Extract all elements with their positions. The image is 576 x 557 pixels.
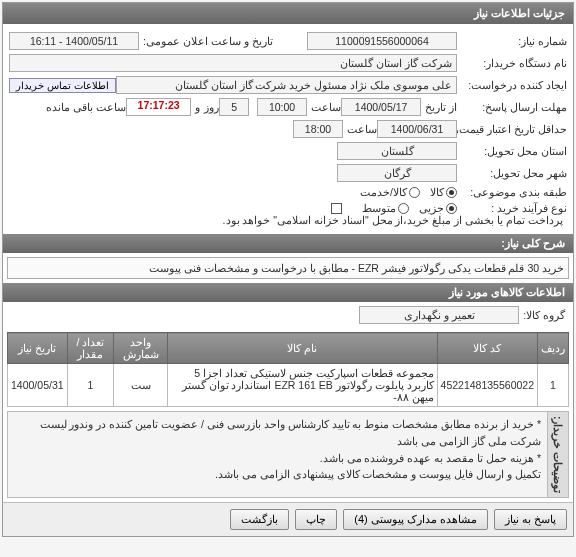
val-deadline-time: 10:00 xyxy=(257,98,307,116)
val-province: گلستان xyxy=(337,142,457,160)
val-validity-time: 18:00 xyxy=(293,120,343,138)
th-unit: واحد شمارش xyxy=(114,333,168,364)
need-details-panel: جزئیات اطلاعات نیاز شماره نیاز: 11000915… xyxy=(2,2,574,537)
radio-cat-gs-label: کالا/خدمت xyxy=(360,186,407,198)
radio-dot-icon xyxy=(398,203,409,214)
val-city: گرگان xyxy=(337,164,457,182)
need-desc-title: شرح کلی نیاز: xyxy=(3,234,573,253)
radio-dot-icon xyxy=(446,187,457,198)
buyer-notes-label: توضیحات خریدار: xyxy=(547,412,568,497)
cell-qty: 1 xyxy=(67,364,114,407)
lbl-announce: تاریخ و ساعت اعلان عمومی: xyxy=(139,35,273,47)
lbl-at-time-2: ساعت xyxy=(343,123,377,135)
radio-proc-minor[interactable]: جزیی xyxy=(419,202,457,214)
val-announce: 1400/05/11 - 16:11 xyxy=(9,32,139,50)
items-section-title: اطلاعات کالاهای مورد نیاز xyxy=(3,283,573,302)
lbl-group: گروه کالا: xyxy=(519,309,565,321)
lbl-requester: ایجاد کننده درخواست: xyxy=(457,79,567,91)
radio-proc-medium-label: متوسط xyxy=(362,202,396,214)
th-date: تاریخ نیاز xyxy=(8,333,68,364)
lbl-day: روز xyxy=(200,101,219,113)
lbl-categorize: طبقه بندی موضوعی: xyxy=(457,186,567,198)
cell-name: مجموعه قطعات اسپارکیت جنس لاستیکی تعداد … xyxy=(167,364,437,407)
val-days-remain: 5 xyxy=(219,98,249,116)
lbl-process-type: نوع فرآیند خرید : xyxy=(457,202,567,214)
lbl-at-time-1: ساعت xyxy=(307,101,341,113)
buyer-note-line: تکمیل و ارسال فایل پیوست و مشخصات کالای … xyxy=(14,466,541,483)
lbl-and: و xyxy=(191,101,200,113)
lbl-province: استان محل تحویل: xyxy=(457,145,567,157)
buyer-notes-box: توضیحات خریدار: * خرید از برنده مطابق مش… xyxy=(7,411,569,498)
cell-date: 1400/05/31 xyxy=(8,364,68,407)
table-header-row: ردیف کد کالا نام کالا واحد شمارش تعداد /… xyxy=(8,333,569,364)
val-countdown: 17:17:23 xyxy=(126,98,191,116)
panel-title: جزئیات اطلاعات نیاز xyxy=(3,3,573,24)
th-idx: ردیف xyxy=(538,333,569,364)
contact-buyer-button[interactable]: اطلاعات تماس خریدار xyxy=(9,78,116,93)
radio-cat-goods-service[interactable]: کالا/خدمت xyxy=(360,186,420,198)
radio-cat-goods-label: کالا xyxy=(430,186,444,198)
buyer-notes-content: * خرید از برنده مطابق مشخصات منوط به تای… xyxy=(8,412,547,497)
reply-button[interactable]: پاسخ به نیاز xyxy=(494,509,567,530)
radio-dot-icon xyxy=(446,203,457,214)
need-desc-text: خرید 30 قلم قطعات یدکی رگولاتور فیشر EZR… xyxy=(7,257,569,279)
radio-proc-minor-label: جزیی xyxy=(419,202,444,214)
th-qty: تعداد / مقدار xyxy=(67,333,114,364)
val-need-no: 1100091556000064 xyxy=(307,32,457,50)
lbl-from-date: از تاریخ xyxy=(421,101,457,113)
val-group: تعمیر و نگهداری xyxy=(359,306,519,324)
buyer-note-line: * هزینه حمل تا مقصد به عهده فروشنده می ب… xyxy=(14,450,541,467)
table-row[interactable]: 1 4522148135560022 مجموعه قطعات اسپارکیت… xyxy=(8,364,569,407)
categorize-radio-group: کالا کالا/خدمت xyxy=(360,186,457,198)
action-bar: پاسخ به نیاز مشاهده مدارک پیوستی (4) چاپ… xyxy=(3,502,573,536)
pay-treasury-checkbox[interactable] xyxy=(331,203,342,214)
cell-code: 4522148135560022 xyxy=(437,364,537,407)
th-name: نام کالا xyxy=(167,333,437,364)
process-radio-group: جزیی متوسط xyxy=(362,202,457,214)
th-code: کد کالا xyxy=(437,333,537,364)
back-button[interactable]: بازگشت xyxy=(230,509,289,530)
radio-dot-icon xyxy=(409,187,420,198)
val-deadline-date: 1400/05/17 xyxy=(341,98,421,116)
items-table: ردیف کد کالا نام کالا واحد شمارش تعداد /… xyxy=(7,332,569,407)
lbl-city: شهر محل تحویل: xyxy=(457,167,567,179)
cell-idx: 1 xyxy=(538,364,569,407)
val-buyer-org: شرکت گاز استان گلستان xyxy=(9,54,457,72)
attachments-button[interactable]: مشاهده مدارک پیوستی (4) xyxy=(343,509,488,530)
val-validity-date: 1400/06/31 xyxy=(377,120,457,138)
lbl-deadline: مهلت ارسال پاسخ: xyxy=(457,101,567,113)
lbl-buyer-org: نام دستگاه خریدار: xyxy=(457,57,567,69)
lbl-pay-note: پرداخت تمام یا بخشی از مبلغ خرید،از محل … xyxy=(219,214,563,226)
radio-cat-goods[interactable]: کالا xyxy=(430,186,457,198)
val-requester: علی موسوی ملک نژاد مسئول خرید شرکت گاز ا… xyxy=(116,76,457,94)
form-area: شماره نیاز: 1100091556000064 تاریخ و ساع… xyxy=(3,24,573,234)
buyer-note-line: * خرید از برنده مطابق مشخصات منوط به تای… xyxy=(14,416,541,450)
lbl-need-no: شماره نیاز: xyxy=(457,35,567,47)
print-button[interactable]: چاپ xyxy=(295,509,337,530)
radio-proc-medium[interactable]: متوسط xyxy=(362,202,409,214)
cell-unit: ست xyxy=(114,364,168,407)
lbl-validity: حداقل تاریخ اعتبار قیمت‌ها تا تاریخ: xyxy=(457,123,567,135)
lbl-remaining: ساعت باقی مانده xyxy=(42,101,126,113)
